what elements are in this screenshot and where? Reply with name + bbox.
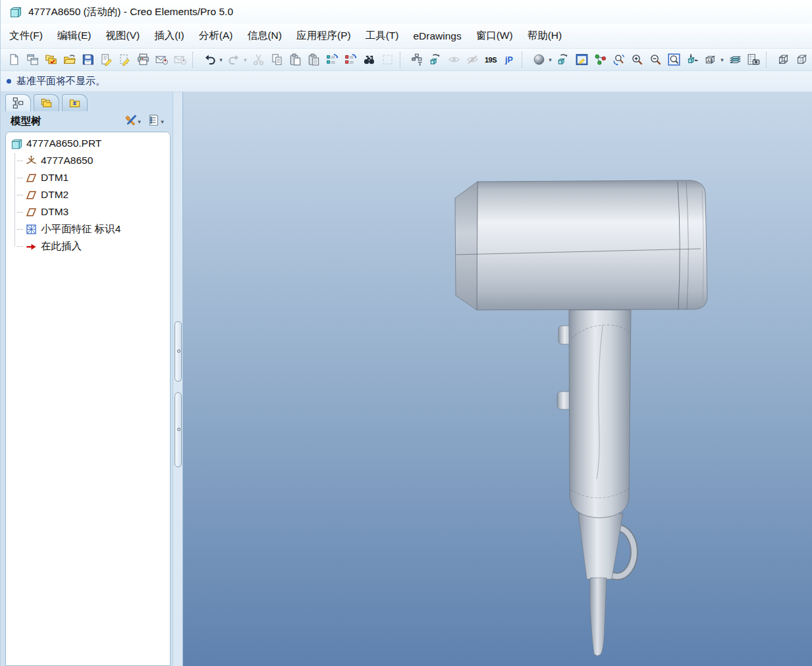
title-bar: 4777A8650 (活动的) - Creo Elements/Pro 5.0 [1, 0, 812, 24]
layer-status-button[interactable]: 19S [482, 51, 499, 68]
save-icon [82, 53, 94, 66]
menu-window[interactable]: 窗口(W) [469, 24, 520, 47]
menu-info[interactable]: 信息(N) [240, 24, 289, 47]
splitter-handle-top[interactable] [175, 321, 182, 382]
hide-button[interactable] [464, 51, 481, 68]
zoom-out-icon [649, 53, 662, 66]
copy-button[interactable] [268, 51, 285, 68]
menu-file[interactable]: 文件(F) [2, 24, 50, 47]
menu-applications[interactable]: 应用程序(P) [289, 24, 358, 47]
window-file-button[interactable] [24, 51, 41, 68]
menu-insert[interactable]: 插入(I) [147, 24, 192, 47]
paste-icon [289, 53, 302, 66]
send-email-button[interactable] [153, 51, 170, 68]
new-file-button[interactable] [5, 51, 22, 68]
new-file-icon [8, 53, 20, 66]
repaint-button[interactable] [427, 51, 444, 68]
cube-wire-icon [777, 53, 790, 66]
cut-button[interactable] [250, 51, 267, 68]
find-icon [363, 53, 375, 66]
spin-center-button[interactable] [610, 51, 627, 68]
tree-settings-button[interactable]: ▾ [124, 114, 143, 129]
cube-hidden-icon [796, 53, 808, 66]
menu-tools[interactable]: 工具(T) [358, 24, 406, 47]
find-button[interactable] [360, 51, 377, 68]
reorient-cube-icon [429, 53, 442, 66]
facet-icon [25, 223, 37, 235]
favorites-tab[interactable] [62, 94, 88, 111]
tree-item-4777A8650.PRT[interactable]: 4777A8650.PRT [9, 135, 170, 152]
smart-selection-button[interactable] [408, 51, 425, 68]
selection-filter-icon [411, 53, 423, 66]
wireframe-button[interactable] [774, 51, 792, 68]
annotation-toggle-button[interactable]: jP [501, 51, 518, 68]
open-file-button[interactable] [61, 51, 78, 68]
tree-item-DTM2[interactable]: DTM2 [9, 186, 170, 203]
edit-dashed-icon [119, 53, 131, 66]
view-capture-button[interactable] [745, 51, 762, 68]
tree-filters-dropdown[interactable]: ▾ [159, 115, 166, 128]
model-notes-button[interactable] [97, 51, 115, 68]
zoom-window-icon [668, 53, 680, 66]
tree-item-小平面特征 标识4[interactable]: 小平面特征 标识4 [9, 220, 170, 238]
annotation-display-button-dropdown[interactable]: ▾ [718, 51, 726, 68]
tree-camera-icon [747, 53, 760, 66]
view-manager-button[interactable] [573, 51, 590, 68]
datum-display-button[interactable] [591, 51, 609, 68]
menu-view[interactable]: 视图(V) [98, 24, 147, 47]
3d-viewport[interactable] [183, 92, 812, 666]
window-title: 4777A8650 (活动的) - Creo Elements/Pro 5.0 [28, 5, 233, 19]
splitter-handle-bottom[interactable] [175, 392, 182, 467]
annotation-toggle-button-label: jP [505, 55, 513, 64]
tree-item-label: 小平面特征 标识4 [41, 222, 121, 236]
save-button[interactable] [79, 51, 96, 68]
paste-special-icon [308, 53, 320, 66]
menu-edrawings[interactable]: eDrawings [406, 26, 468, 47]
tree-item-label: DTM1 [41, 172, 68, 184]
set-workdir-icon [45, 53, 57, 66]
tree-item-DTM3[interactable]: DTM3 [9, 203, 170, 220]
layers-button[interactable] [726, 51, 744, 68]
tree-settings-dropdown[interactable]: ▾ [136, 115, 143, 128]
tree-item-4777A8650[interactable]: 4777A8650 [9, 152, 170, 169]
tree-item-DTM1[interactable]: DTM1 [9, 169, 170, 186]
panel-splitter[interactable] [173, 92, 183, 666]
menu-edit[interactable]: 编辑(E) [50, 24, 99, 47]
select-region-button[interactable] [379, 51, 396, 68]
sketch-notes-button[interactable] [116, 51, 133, 68]
paste-special-button[interactable] [305, 51, 322, 68]
tree-tab-icon [12, 97, 24, 109]
model-tree-tab[interactable] [5, 94, 31, 111]
zoom-fit-button[interactable] [665, 51, 682, 68]
application-window: 4777A8650 (活动的) - Creo Elements/Pro 5.0 … [0, 0, 812, 666]
email-link-button[interactable] [171, 51, 188, 68]
print-button[interactable] [134, 51, 151, 68]
redo-button-dropdown[interactable]: ▾ [242, 51, 249, 68]
shaded-view-button[interactable] [530, 51, 547, 68]
menu-analysis[interactable]: 分析(A) [192, 24, 240, 47]
set-working-directory-button[interactable] [42, 51, 59, 68]
message-bar: 基准平面将不显示。 [1, 71, 812, 92]
redo-button[interactable] [225, 51, 242, 68]
regenerate-manager-button[interactable] [342, 51, 359, 68]
tree-filters-button[interactable]: ▾ [148, 114, 166, 129]
zoom-out-button[interactable] [647, 51, 664, 68]
print-icon [137, 53, 149, 66]
shaded-view-button-dropdown[interactable]: ▾ [547, 51, 554, 68]
hidden-line-button[interactable] [793, 51, 810, 68]
regenerate-button[interactable] [323, 51, 340, 68]
undo-button[interactable] [201, 51, 218, 68]
menu-help[interactable]: 帮助(H) [520, 24, 570, 47]
tree-item-在此插入[interactable]: 在此插入 [9, 238, 170, 255]
orient-mode-button[interactable] [684, 51, 701, 68]
panel-title: 模型树 [11, 115, 120, 128]
reorient-view-button[interactable] [555, 51, 572, 68]
paste-button[interactable] [286, 51, 304, 68]
zoom-in-button[interactable] [628, 51, 645, 68]
folders-tab-icon [40, 97, 53, 109]
undo-button-dropdown[interactable]: ▾ [217, 51, 225, 68]
annotation-display-button[interactable]: AB [702, 51, 719, 68]
show-button[interactable] [445, 51, 462, 68]
folder-browser-tab[interactable] [34, 94, 59, 111]
toolbar-separator [766, 52, 771, 68]
